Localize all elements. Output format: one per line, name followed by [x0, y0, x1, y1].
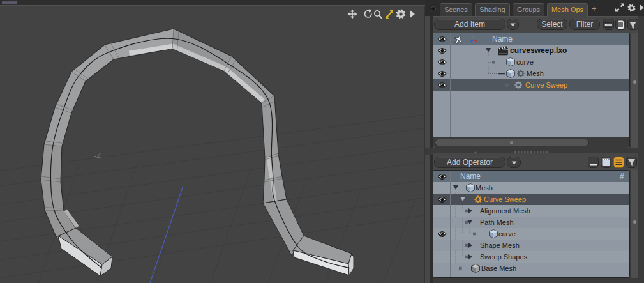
svg-text:-Z: -Z	[94, 151, 101, 159]
